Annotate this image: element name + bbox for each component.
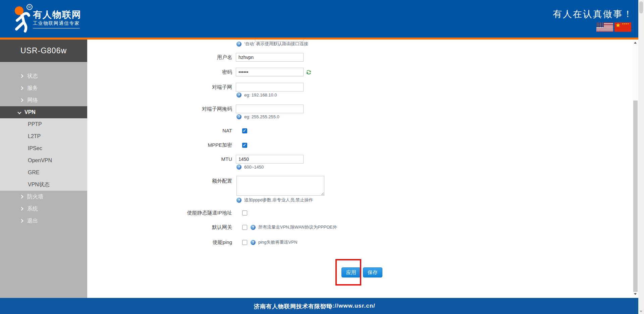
info-icon <box>236 198 241 203</box>
chevron-right-icon <box>19 207 23 210</box>
pptp-form: ‘自动’ 表示使用默认路由接口连接 用户名 密码 对端子网 eg: 192.16… <box>87 40 633 298</box>
sidebar-item-label: PPTP <box>28 121 42 127</box>
chevron-right-icon <box>19 219 23 223</box>
sidebar-menu: 状态 服务 网络 VPN PPTP L2TP IPSec OpenVPN GRE… <box>0 70 87 227</box>
chevron-right-icon <box>19 98 23 102</box>
header-slogan: 有人在认真做事！ <box>553 8 633 20</box>
peer-mask-input[interactable] <box>236 105 304 113</box>
chevron-down-icon <box>17 110 21 114</box>
mtu-label: MTU <box>87 156 232 163</box>
password-label: 密码 <box>87 69 232 75</box>
peer-subnet-input[interactable] <box>236 83 304 91</box>
top-header: R 有人物联网 工业物联网通信专家 有人在认真做事！ <box>0 0 638 38</box>
content-scrollbar-thumb[interactable] <box>633 101 638 292</box>
hint-text: 600~1450 <box>244 165 264 170</box>
sidebar-item-label: 系统 <box>27 205 38 212</box>
default-gateway-checkbox[interactable] <box>242 225 247 230</box>
sidebar-item-network[interactable]: 网络 <box>0 94 87 106</box>
sidebar-item-label: OpenVPN <box>28 158 52 164</box>
sidebar-item-vpn[interactable]: VPN <box>0 106 87 118</box>
sidebar-item-label: VPN状态 <box>28 181 50 188</box>
content-scrollbar[interactable] <box>633 40 638 298</box>
footer-url-link[interactable]: http://www.usr.cn/ <box>320 303 375 309</box>
peer-subnet-label: 对端子网 <box>87 84 232 90</box>
default-gateway-label: 默认网关 <box>87 224 232 231</box>
nat-checkbox[interactable] <box>242 128 247 133</box>
scroll-down-arrow-icon[interactable] <box>634 293 637 295</box>
brand-tagline: 工业物联网通信专家 <box>33 20 80 28</box>
mppe-label: MPPE加密 <box>87 142 232 148</box>
enable-ping-hint: ping失败将重连VPN <box>251 239 297 245</box>
page-scrollbar[interactable] <box>638 0 644 314</box>
chevron-right-icon <box>19 195 23 198</box>
sidebar-item-label: VPN <box>24 109 36 115</box>
info-icon <box>236 165 241 170</box>
sidebar-item-system[interactable]: 系统 <box>0 203 87 215</box>
pptp-settings-page: R 有人物联网 工业物联网通信专家 有人在认真做事！ USR-G806w 状态 … <box>0 0 644 314</box>
usr-logo-icon: R <box>8 3 34 36</box>
hint-text: 所有流量走VPN,除WAN协议为PPPOE外 <box>258 224 337 230</box>
sidebar-item-label: 状态 <box>27 73 38 80</box>
chevron-right-icon <box>19 74 23 78</box>
sidebar-item-label: IPSec <box>28 145 42 151</box>
peer-mask-hint: eg: 255.255.255.0 <box>236 114 279 120</box>
mtu-input[interactable] <box>236 155 304 164</box>
info-icon <box>236 42 241 47</box>
peer-mask-label: 对端子网掩码 <box>87 106 232 112</box>
sidebar-item-label: 网络 <box>27 97 38 104</box>
info-icon <box>236 92 241 98</box>
sidebar-item-logout[interactable]: 退出 <box>0 215 87 227</box>
brand-name: 有人物联网 <box>33 9 82 21</box>
mppe-checkbox[interactable] <box>242 143 247 148</box>
footer: 济南有人物联网技术有限公司 http://www.usr.cn/ <box>0 298 638 314</box>
sidebar-item-l2tp[interactable]: L2TP <box>0 130 87 142</box>
device-model-title: USR-G806w <box>0 40 87 62</box>
info-icon <box>251 225 256 230</box>
mtu-hint: 600~1450 <box>236 164 264 170</box>
sidebar-item-firewall[interactable]: 防火墙 <box>0 191 87 203</box>
sidebar-item-label: L2TP <box>28 133 41 139</box>
sidebar-item-status[interactable]: 状态 <box>0 70 87 82</box>
chevron-right-icon <box>19 86 23 90</box>
username-label: 用户名 <box>87 54 232 61</box>
apply-button[interactable]: 应用 <box>341 267 361 277</box>
extra-config-label: 额外配置 <box>87 178 232 184</box>
hint-text: 追加pppd参数,非专业人员,禁止操作 <box>244 197 313 203</box>
sidebar-item-openvpn[interactable]: OpenVPN <box>0 154 87 167</box>
sidebar-item-gre[interactable]: GRE <box>0 167 87 179</box>
scroll-down-arrow-icon[interactable] <box>640 311 642 312</box>
sidebar-item-label: 服务 <box>27 85 38 92</box>
sidebar-item-vpn-status[interactable]: VPN状态 <box>0 179 87 191</box>
hint-text: eg: 192.168.10.0 <box>244 92 277 98</box>
sidebar-item-pptp[interactable]: PPTP <box>0 118 87 130</box>
interface-hint: ‘自动’ 表示使用默认路由接口连接 <box>236 41 308 47</box>
sidebar-item-label: 退出 <box>27 217 38 225</box>
password-input[interactable] <box>236 68 304 76</box>
enable-ping-checkbox[interactable] <box>242 240 247 245</box>
extra-config-textarea[interactable] <box>236 176 324 196</box>
us-flag-icon[interactable] <box>596 22 613 32</box>
hint-text: ping失败将重连VPN <box>258 239 297 245</box>
sidebar-item-label: 防火墙 <box>27 193 43 200</box>
reg-mark: R <box>28 5 31 9</box>
hint-text: ‘自动’ 表示使用默认路由接口连接 <box>244 41 308 47</box>
sidebar: USR-G806w 状态 服务 网络 VPN PPTP L2TP IPSec O… <box>0 40 87 298</box>
enable-ping-label: 使能ping <box>87 239 232 246</box>
info-icon <box>236 114 241 119</box>
username-input[interactable] <box>236 53 304 62</box>
default-gateway-hint: 所有流量走VPN,除WAN协议为PPPOE外 <box>251 224 337 230</box>
info-icon <box>251 240 256 245</box>
china-flag-icon[interactable] <box>614 22 631 32</box>
extra-config-hint: 追加pppd参数,非专业人员,禁止操作 <box>236 197 313 203</box>
peer-subnet-hint: eg: 192.168.10.0 <box>236 92 277 98</box>
sidebar-item-services[interactable]: 服务 <box>0 82 87 94</box>
sidebar-item-label: GRE <box>28 170 40 176</box>
static-tunnel-ip-checkbox[interactable] <box>242 210 247 215</box>
scroll-up-arrow-icon[interactable] <box>634 42 637 44</box>
page-scrollbar-thumb[interactable] <box>639 1 643 13</box>
hint-text: eg: 255.255.255.0 <box>244 114 279 119</box>
save-button[interactable]: 保存 <box>363 267 382 277</box>
sidebar-item-ipsec[interactable]: IPSec <box>0 142 87 154</box>
password-refresh-icon[interactable] <box>306 69 312 75</box>
static-tunnel-ip-label: 使能静态隧道IP地址 <box>87 209 232 216</box>
